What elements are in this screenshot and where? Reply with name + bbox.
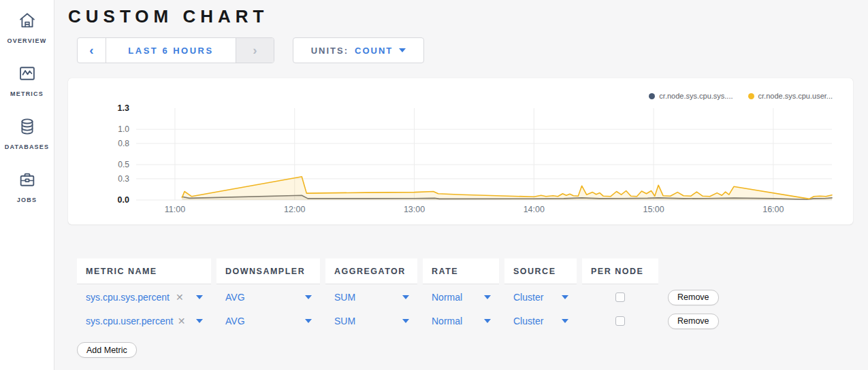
metric-name-value: sys.cpu.user.percent	[86, 316, 173, 326]
chevron-down-icon	[196, 319, 203, 323]
downsampler-select[interactable]: AVG	[216, 286, 320, 308]
rate-value: Normal	[432, 316, 462, 326]
home-icon	[18, 11, 37, 33]
chevron-down-icon	[196, 295, 203, 299]
chevron-down-icon	[399, 48, 406, 52]
downsampler-value: AVG	[225, 292, 245, 303]
sidebar-item-label: JOBS	[17, 197, 37, 203]
column-header-source: SOURCE	[504, 258, 577, 284]
x-axis-tick-label: 15:00	[633, 205, 674, 214]
clear-icon[interactable]: ✕	[178, 316, 186, 326]
column-header-per-node: PER NODE	[582, 258, 658, 284]
page-title: CUSTOM CHART	[68, 6, 268, 27]
line-chart	[68, 78, 853, 224]
time-range-dropdown[interactable]: LAST 6 HOURS	[106, 38, 236, 63]
source-select[interactable]: Cluster	[504, 310, 577, 332]
sidebar-item-overview[interactable]: OVERVIEW	[0, 11, 54, 44]
y-axis-tick-label: 1.0	[99, 124, 129, 134]
units-value: COUNT	[355, 46, 393, 56]
time-range-prev-button[interactable]: ‹	[78, 38, 106, 63]
chevron-left-icon: ‹	[89, 43, 93, 58]
sidebar-item-label: METRICS	[10, 90, 44, 97]
time-range-next-button[interactable]: ›	[236, 38, 274, 63]
x-axis-tick-label: 11:00	[155, 205, 195, 214]
y-axis-tick-label: 1.3	[99, 103, 129, 113]
per-node-cell	[582, 310, 658, 332]
y-axis-tick-label: 0.0	[99, 195, 129, 205]
sidebar-item-label: OVERVIEW	[7, 37, 47, 44]
remove-button[interactable]: Remove	[668, 290, 719, 305]
aggregator-value: SUM	[334, 292, 355, 303]
aggregator-select[interactable]: SUM	[325, 310, 417, 332]
clear-icon[interactable]: ✕	[176, 292, 184, 303]
chevron-down-icon	[484, 295, 491, 299]
per-node-cell	[582, 286, 658, 308]
column-header-downsampler: DOWNSAMPLER	[216, 258, 320, 284]
y-axis-tick-label: 0.5	[99, 160, 129, 169]
metric-name-combobox[interactable]: sys.cpu.sys.percent ✕	[77, 286, 211, 308]
actions-cell: Remove	[664, 286, 739, 308]
metric-table: METRIC NAME DOWNSAMPLER AGGREGATOR RATE …	[77, 258, 799, 332]
chevron-down-icon	[402, 295, 409, 299]
sidebar-item-metrics[interactable]: METRICS	[0, 64, 54, 97]
per-node-checkbox[interactable]	[615, 316, 625, 326]
chevron-down-icon	[562, 319, 568, 323]
chevron-down-icon	[562, 295, 568, 299]
x-axis-tick-label: 12:00	[274, 205, 315, 214]
chevron-right-icon: ›	[253, 43, 257, 58]
rate-select[interactable]: Normal	[423, 286, 499, 308]
downsampler-value: AVG	[225, 316, 245, 326]
column-header-aggregator: AGGREGATOR	[325, 258, 417, 284]
column-header-metric-name: METRIC NAME	[77, 258, 211, 284]
chevron-down-icon	[305, 319, 312, 323]
chevron-down-icon	[402, 319, 409, 323]
databases-icon	[18, 117, 37, 139]
add-metric-button[interactable]: Add Metric	[77, 342, 137, 358]
remove-button[interactable]: Remove	[668, 314, 719, 329]
per-node-checkbox[interactable]	[615, 292, 625, 302]
source-select[interactable]: Cluster	[504, 286, 577, 308]
rate-select[interactable]: Normal	[423, 310, 499, 332]
source-value: Cluster	[513, 292, 543, 303]
metric-name-combobox[interactable]: sys.cpu.user.percent ✕	[77, 310, 211, 332]
downsampler-select[interactable]: AVG	[216, 310, 320, 332]
sidebar-item-jobs[interactable]: JOBS	[0, 170, 54, 203]
units-dropdown[interactable]: UNITS: COUNT	[293, 37, 424, 63]
x-axis-tick-label: 16:00	[753, 205, 794, 214]
source-value: Cluster	[513, 316, 543, 326]
main-content: CUSTOM CHART ‹ LAST 6 HOURS › UNITS: COU…	[54, 0, 868, 370]
rate-value: Normal	[432, 292, 462, 303]
table-row: sys.cpu.user.percent ✕ AVG SUM Normal Cl…	[77, 310, 799, 332]
actions-cell: Remove	[664, 310, 739, 332]
chevron-down-icon	[484, 319, 491, 323]
aggregator-select[interactable]: SUM	[325, 286, 417, 308]
x-axis-tick-label: 13:00	[394, 205, 435, 214]
aggregator-value: SUM	[334, 316, 355, 326]
units-label: UNITS:	[311, 46, 349, 56]
metric-name-value: sys.cpu.sys.percent	[86, 292, 170, 303]
x-axis-tick-label: 14:00	[513, 205, 554, 214]
metrics-icon	[18, 64, 37, 86]
metric-table-header: METRIC NAME DOWNSAMPLER AGGREGATOR RATE …	[77, 258, 799, 284]
sidebar: OVERVIEW METRICS DATABASES	[0, 0, 54, 370]
column-header-rate: RATE	[423, 258, 499, 284]
jobs-icon	[18, 170, 37, 192]
y-axis-tick-label: 0.8	[99, 139, 129, 148]
chevron-down-icon	[305, 295, 312, 299]
time-range-selector: ‹ LAST 6 HOURS ›	[77, 37, 274, 63]
table-row: sys.cpu.sys.percent ✕ AVG SUM Normal Clu…	[77, 286, 799, 308]
sidebar-item-label: DATABASES	[5, 144, 49, 150]
chart-panel: cr.node.sys.cpu.sys.... cr.node.sys.cpu.…	[68, 78, 853, 224]
y-axis-tick-label: 0.3	[99, 174, 129, 184]
sidebar-item-databases[interactable]: DATABASES	[0, 117, 54, 150]
